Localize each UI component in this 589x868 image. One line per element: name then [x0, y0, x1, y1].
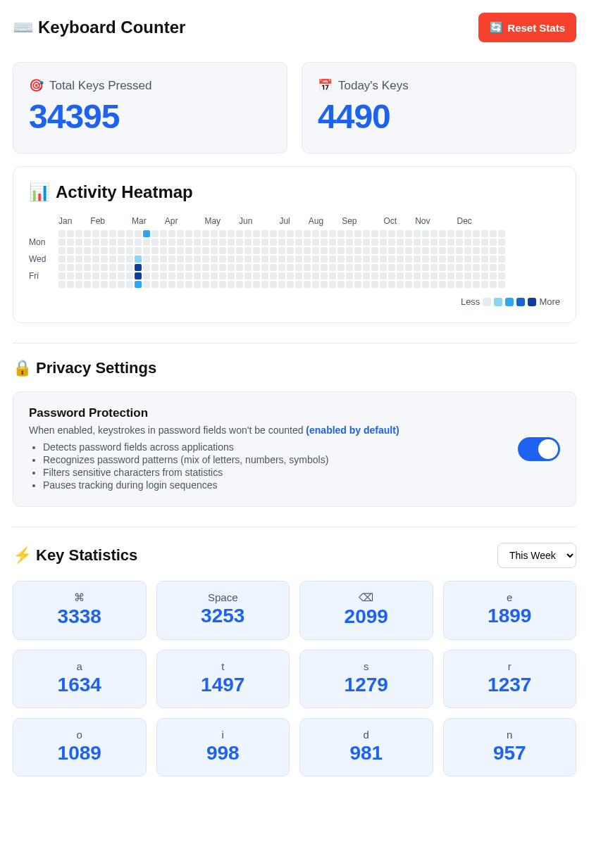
heatmap-cell [236, 281, 243, 288]
heatmap-week [219, 230, 226, 288]
heatmap-cell [211, 239, 218, 246]
heatmap-cell [464, 256, 471, 263]
heatmap-cell [287, 264, 294, 271]
heatmap-cell [456, 230, 463, 237]
heatmap-week [405, 230, 412, 288]
heatmap-cell [405, 256, 412, 263]
heatmap-cell [160, 281, 167, 288]
heatmap-cell [456, 272, 463, 279]
heatmap-cell [295, 272, 302, 279]
key-name: ⌫ [307, 591, 426, 604]
heatmap-cell [253, 272, 260, 279]
heatmap-cell [354, 264, 361, 271]
heatmap-cell [405, 230, 412, 237]
heatmap-cell [430, 239, 438, 246]
heatmap-cell [244, 281, 252, 288]
key-name: i [164, 729, 283, 741]
heatmap-cell [253, 256, 260, 263]
reset-stats-button[interactable]: 🔄 Reset Stats [478, 13, 576, 42]
keystats-range-select[interactable]: This Week [497, 543, 576, 568]
heatmap-cell [304, 281, 311, 288]
heatmap-cell [287, 281, 294, 288]
heatmap-cell [67, 239, 74, 246]
heatmap-month-label: Oct [384, 216, 397, 226]
heatmap-cell [473, 239, 480, 246]
reset-label: Reset Stats [507, 22, 565, 34]
heatmap-cell [118, 264, 125, 271]
heatmap-cell [194, 264, 201, 271]
heatmap-cell [363, 256, 370, 263]
heatmap-cell [219, 281, 226, 288]
heatmap-cell [414, 247, 421, 254]
heatmap-cell [278, 239, 285, 246]
heatmap-cell [490, 239, 497, 246]
heatmap-week [270, 230, 277, 288]
heatmap-cell [236, 230, 243, 237]
password-protection-toggle[interactable] [518, 437, 560, 461]
heatmap-week [490, 230, 497, 288]
heatmap-cell [126, 272, 133, 279]
heatmap-cell [430, 230, 438, 237]
heatmap-cell [278, 230, 285, 237]
heatmap-cell [337, 264, 345, 271]
heatmap-cell [371, 239, 378, 246]
heatmap-cell [490, 247, 497, 254]
heatmap-cell [278, 247, 285, 254]
heatmap-cell [261, 256, 268, 263]
key-name: ⌘ [20, 591, 139, 604]
heatmap-week [439, 230, 446, 288]
heatmap-cell [219, 239, 226, 246]
heatmap-cell [422, 239, 429, 246]
heatmap-week [151, 230, 159, 288]
heatmap-cell [126, 239, 133, 246]
heatmap-cell [219, 272, 226, 279]
heatmap-cell [422, 256, 429, 263]
heatmap-cell [135, 281, 142, 288]
key-name: o [20, 729, 139, 741]
heatmap-cell [304, 239, 311, 246]
heatmap-cell [236, 272, 243, 279]
key-count: 981 [307, 742, 426, 765]
heatmap-cell [363, 264, 370, 271]
heatmap-week [295, 230, 302, 288]
heatmap-cell [118, 230, 125, 237]
heatmap-week [253, 230, 260, 288]
heatmap-cell [236, 256, 243, 263]
heatmap-cell [58, 281, 66, 288]
key-name: r [451, 660, 569, 672]
heatmap-cell [371, 247, 378, 254]
heatmap-cell [481, 256, 488, 263]
heatmap-cell [464, 281, 471, 288]
heatmap-cell [244, 272, 252, 279]
heatmap-month-label: Sep [342, 216, 356, 226]
heatmap-cell [439, 239, 446, 246]
heatmap-cell [261, 272, 268, 279]
heatmap-cell [321, 247, 328, 254]
heatmap-day-label [29, 247, 58, 254]
heatmap-cell [380, 264, 387, 271]
heatmap-cell [456, 281, 463, 288]
heatmap-grid [58, 230, 505, 288]
heatmap-cell [287, 247, 294, 254]
heatmap-cell [160, 239, 167, 246]
heatmap-week [177, 230, 184, 288]
heatmap-cell [194, 281, 201, 288]
legend-swatch-4 [528, 298, 536, 306]
heatmap-cell [261, 264, 268, 271]
key-name: e [451, 591, 569, 603]
privacy-bullet: Pauses tracking during login sequences [43, 479, 399, 491]
key-name: t [164, 660, 283, 672]
key-count: 957 [451, 742, 569, 765]
heatmap-cell [447, 230, 454, 237]
heatmap-cell [473, 256, 480, 263]
heatmap-cell [202, 239, 209, 246]
heatmap-cell [295, 247, 302, 254]
heatmap-cell [481, 230, 488, 237]
key-count: 2099 [307, 605, 426, 628]
heatmap-cell [473, 247, 480, 254]
heatmap-cell [388, 247, 395, 254]
heatmap-cell [380, 247, 387, 254]
heatmap-cell [58, 247, 66, 254]
heatmap-cell [498, 264, 505, 271]
key-count: 1634 [20, 674, 139, 696]
